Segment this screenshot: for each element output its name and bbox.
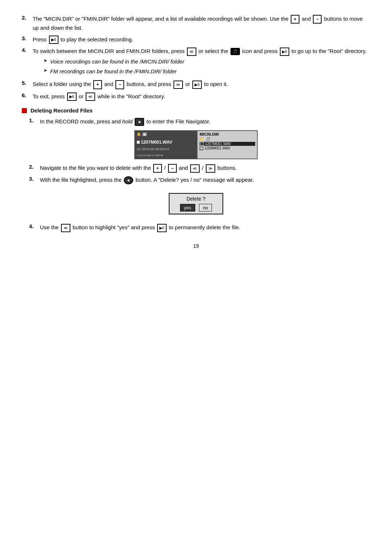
delete-no-button[interactable]: no	[199, 204, 212, 212]
step-content-3-top: Press ▶II to play the selected recording…	[33, 35, 370, 44]
step-5-top: 5. Select a folder using the + and − but…	[22, 80, 370, 89]
file1-icon: □	[200, 142, 204, 146]
section-icon	[22, 108, 27, 113]
step5-or1: or	[185, 81, 190, 87]
step6-text1: To exit, press	[33, 93, 65, 99]
step-3-top: 3. Press ▶II to play the selected record…	[22, 35, 370, 44]
delete-step-num-4: 4.	[29, 223, 40, 229]
delete-dialog: Delete ? yes no	[169, 193, 223, 214]
delete-dialog-title: Delete ?	[173, 196, 219, 202]
step-num-6-top: 6.	[22, 92, 33, 98]
screen-file1-text: 1207M001.WAV	[205, 142, 231, 146]
step-content-6-top: To exit, press ▶II or ≪ while in the "Ro…	[33, 92, 370, 101]
play-button-del4: ▶II	[157, 224, 167, 232]
step-num-2-top: 2.	[22, 15, 33, 21]
step-2-top: 2. The "MICIN.DIR" or "FMIN.DIR" folder …	[22, 15, 370, 32]
delete-step2-text1: Navigate to the file you want to delete …	[40, 165, 151, 171]
delete-step-content-4: Use the ≪ button to highlight "yes" and …	[40, 223, 370, 232]
screen-left-panel: 🔔 ▣ 1207M001.WAV 01:25/04:30 06/20SAT 01…	[135, 131, 198, 159]
delete-step-num-2: 2.	[29, 164, 40, 170]
step4-text3: icon and press	[242, 48, 278, 54]
step5-and1: and	[104, 81, 113, 87]
step-num-4-top: 4.	[22, 47, 33, 53]
delete-dialog-buttons: yes no	[173, 204, 219, 212]
screen-file2-text: 1208M001.WAV	[204, 146, 230, 150]
screen-cassette-icon: ▣	[142, 132, 147, 136]
screen-right-panel: MICIN.DIR 📂 🎵 □ 1207M001.WAV □ 1208M001.…	[198, 131, 257, 159]
screen-filename: 1207M001.WAV	[137, 140, 195, 145]
record-button-del3: ●	[124, 176, 133, 184]
step6-or1: or	[79, 93, 83, 99]
page-number: 19	[22, 243, 370, 249]
section-title-container: Deleting Recorded Files	[22, 107, 370, 114]
delete-step-content-1: In the RECORD mode, press and hold ● to …	[40, 117, 370, 126]
back-button-step4: ≪	[187, 48, 196, 56]
delete-step-1: 1. In the RECORD mode, press and hold ● …	[29, 117, 370, 126]
record-button-step1: ●	[135, 118, 144, 126]
ff-button-step5: ≫	[173, 81, 183, 89]
step5-text2: buttons, and press	[127, 81, 171, 87]
step-num-3-top: 3.	[22, 35, 33, 41]
step-4-top: 4. To switch between the MICIN.DIR and F…	[22, 47, 370, 77]
plus-button-del2: +	[153, 164, 162, 173]
screen-alarm-icon: 🔔	[137, 132, 141, 136]
screen-music-icon: 🎵	[206, 137, 210, 141]
step-content-5-top: Select a folder using the + and − button…	[33, 80, 370, 89]
delete-dialog-container: Delete ? yes no	[22, 189, 370, 219]
hold-text: hold	[122, 118, 132, 124]
delete-step4-text1: Use the	[40, 224, 59, 230]
screen-folder-icon: 📂	[200, 137, 204, 141]
section-title-text: Deleting Recorded Files	[30, 107, 93, 114]
delete-step2-slash2: /	[202, 165, 203, 171]
screen-file1-row: □ 1207M001.WAV	[200, 142, 255, 146]
delete-step-num-3: 3.	[29, 176, 40, 182]
delete-step-4: 4. Use the ≪ button to highlight "yes" a…	[29, 223, 370, 232]
step4-text1: To switch between the MICIN.DIR and FMIN…	[33, 48, 184, 54]
screen-counters: 0127/0128 07:30PM	[137, 154, 195, 157]
minus-button-step5: −	[115, 80, 124, 89]
play-button-step4: ▶II	[280, 48, 289, 56]
delete-step-3: 3. With the file highlighted, press the …	[29, 176, 370, 184]
screen-file-sq	[137, 141, 140, 144]
delete-step2-slash1: /	[164, 165, 166, 171]
delete-step2-text2: buttons.	[217, 165, 237, 171]
step5-text1: Select a folder using the	[33, 81, 91, 87]
play-button-step5: ▶II	[192, 81, 202, 89]
plus-button-inline: +	[291, 15, 299, 24]
ff-button-del2: ≫	[206, 164, 215, 173]
delete-step3-text1: With the file highlighted, press the	[40, 177, 122, 183]
delete-step-content-2: Navigate to the file you want to delete …	[40, 164, 370, 173]
tape-icon-step4: 🎵	[230, 48, 240, 55]
minus-button-del2: −	[168, 164, 177, 173]
delete-step4-text3: to permanently delete the file.	[169, 224, 240, 230]
step4-text4: to go up to the "Root" directory.	[291, 48, 367, 54]
play-button-step6: ▶II	[67, 93, 77, 101]
file2-icon: □	[200, 147, 203, 150]
back-button-del2: ≪	[190, 164, 200, 173]
bullet-item-1: Voice recordings can be found in the /MI…	[44, 57, 370, 66]
delete-step-content-3: With the file highlighted, press the ● b…	[40, 176, 370, 184]
minus-button-inline: −	[313, 15, 322, 24]
step-6-top: 6. To exit, press ▶II or ≪ while in the …	[22, 92, 370, 101]
delete-step1-text2: to enter the File Navigator.	[146, 118, 210, 124]
delete-step3-text2: button. A "Delete? yes / no" message wil…	[135, 177, 254, 183]
delete-step2-and1: and	[179, 165, 188, 171]
delete-yes-button[interactable]: yes	[180, 204, 195, 212]
screen-top-row: 🔔 ▣	[137, 132, 195, 136]
play-button-step3: ▶II	[49, 36, 58, 44]
step3-text1: Press	[33, 36, 46, 42]
screen-display: 🔔 ▣ 1207M001.WAV 01:25/04:30 06/20SAT 01…	[22, 130, 370, 159]
screen-right-title: MICIN.DIR	[200, 132, 255, 136]
bullet-item-2: FM recordings can be found in the /FMIN.…	[44, 67, 370, 75]
step4-text2: or select the	[199, 48, 228, 54]
step5-text3: to open it.	[204, 81, 228, 87]
step-num-5-top: 5.	[22, 80, 33, 86]
step-content-2-top: The "MICIN.DIR" or "FMIN.DIR" folder wil…	[33, 15, 370, 32]
back-button-del4: ≪	[61, 224, 70, 232]
step2-and1: and	[302, 16, 311, 22]
step2-text1: The "MICIN.DIR" or "FMIN.DIR" folder wil…	[33, 16, 289, 22]
screen-outer: 🔔 ▣ 1207M001.WAV 01:25/04:30 06/20SAT 01…	[134, 130, 258, 159]
screen-filename-text: 1207M001.WAV	[141, 140, 172, 145]
step-content-4-top: To switch between the MICIN.DIR and FMIN…	[33, 47, 370, 77]
plus-button-step5: +	[93, 80, 102, 89]
